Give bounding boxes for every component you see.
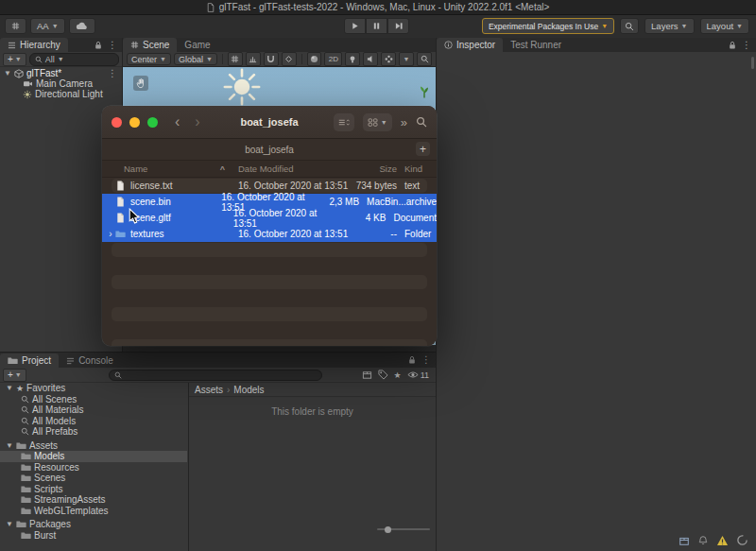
increment-snap-button[interactable]: [246, 52, 261, 66]
progress-circle-icon[interactable]: [736, 534, 748, 546]
sidebar-item-all-scenes[interactable]: All Scenes: [0, 394, 187, 405]
pivot-dropdown[interactable]: Center▼: [127, 53, 171, 65]
search-button[interactable]: [620, 18, 639, 34]
tab-test-runner[interactable]: Test Runner: [503, 38, 569, 52]
grid-snap-button[interactable]: [228, 52, 243, 66]
sidebar-item-all-materials[interactable]: All Materials: [0, 405, 187, 416]
column-date-modified[interactable]: Date Modified: [234, 164, 352, 174]
hand-tool-overlay[interactable]: [133, 76, 148, 91]
zoom-button[interactable]: [147, 117, 158, 128]
package-status-icon[interactable]: [679, 535, 690, 546]
column-kind[interactable]: Kind: [399, 164, 437, 174]
column-size[interactable]: Size: [352, 164, 399, 174]
sidebar-item-models[interactable]: Models: [0, 451, 187, 462]
grid-tool-button[interactable]: [5, 18, 26, 34]
add-object-button[interactable]: +▼: [3, 53, 26, 66]
sidebar-item-packages[interactable]: ▼Packages: [0, 519, 187, 530]
audio-toggle-button[interactable]: [363, 52, 378, 66]
label-tag-icon[interactable]: [378, 370, 388, 380]
favorites-star-icon[interactable]: ★: [394, 370, 402, 380]
layers-dropdown[interactable]: Layers▼: [644, 18, 694, 34]
effects-toggle-button[interactable]: [381, 52, 396, 66]
tab-console[interactable]: Console: [59, 353, 121, 368]
lock-icon[interactable]: [408, 355, 416, 365]
search-icon[interactable]: [416, 116, 427, 128]
scene-search-button[interactable]: [417, 52, 432, 66]
disclosure-icon[interactable]: ›: [107, 229, 114, 239]
hierarchy-search-input[interactable]: All ▼: [29, 53, 119, 66]
foldout-caret-icon[interactable]: ▼: [6, 384, 13, 392]
project-search-field[interactable]: [109, 370, 322, 381]
play-button[interactable]: [344, 18, 366, 34]
package-icon[interactable]: [362, 370, 372, 380]
chevron-down-icon: ▼: [381, 119, 387, 126]
column-name[interactable]: Name^: [102, 164, 234, 174]
lighting-toggle-button[interactable]: [345, 52, 360, 66]
kebab-menu-icon[interactable]: ⋮: [108, 68, 117, 78]
project-search-input[interactable]: [125, 370, 317, 380]
sidebar-item-scripts[interactable]: Scripts: [0, 484, 187, 495]
foldout-caret-icon[interactable]: ▼: [6, 441, 13, 450]
cloud-button[interactable]: [69, 18, 95, 34]
foldout-caret-icon[interactable]: ▼: [6, 520, 13, 528]
finder-row-textures[interactable]: ›textures16. October 2020 at 13:51--Fold…: [102, 226, 437, 242]
2d-toggle-button[interactable]: 2D: [324, 52, 342, 66]
icon-size-slider[interactable]: [377, 528, 430, 530]
draw-mode-button[interactable]: [307, 52, 322, 66]
tab-project[interactable]: Project: [0, 353, 59, 368]
pause-button[interactable]: [366, 18, 387, 34]
current-folder-label: boat_josefa: [245, 145, 294, 155]
back-button[interactable]: ‹: [175, 114, 180, 129]
sidebar-item-all-models[interactable]: All Models: [0, 416, 187, 427]
warning-icon[interactable]: [716, 535, 729, 546]
gizmos-button[interactable]: ▼: [399, 52, 414, 66]
hierarchy-scene-row[interactable]: ▼ glTFast* ⋮: [0, 68, 122, 78]
kebab-menu-icon[interactable]: ⋮: [742, 40, 751, 50]
finder-empty-row: [102, 322, 437, 338]
finder-row-scene-gltf[interactable]: scene.gltf16. October 2020 at 13:514 KBD…: [102, 210, 437, 226]
hierarchy-item-directional-light[interactable]: Directional Light: [0, 89, 122, 99]
tab-scene[interactable]: Scene: [123, 38, 177, 52]
experimental-packages-dropdown[interactable]: Experimental Packages In Use▼: [482, 18, 614, 34]
kebab-menu-icon[interactable]: ⋮: [108, 40, 117, 50]
sidebar-item-resources[interactable]: Resources: [0, 462, 187, 474]
hidden-items-toggle[interactable]: 11: [407, 370, 429, 380]
layout-dropdown[interactable]: Layout▼: [700, 18, 749, 34]
list-view-button[interactable]: [334, 113, 354, 131]
hierarchy-item-main-camera[interactable]: Main Camera: [0, 78, 122, 89]
inspector-scrollbar[interactable]: [751, 57, 754, 69]
sidebar-item-all-prefabs[interactable]: All Prefabs: [0, 426, 187, 438]
breadcrumb-assets[interactable]: Assets: [195, 385, 223, 395]
sidebar-item-favorites[interactable]: ▼★Favorites: [0, 383, 187, 394]
rotate-snap-button[interactable]: [282, 52, 297, 66]
sidebar-item-streamingassets[interactable]: StreamingAssets: [0, 494, 187, 506]
aa-dropdown[interactable]: AA▼: [30, 18, 65, 34]
magnet-snap-button[interactable]: [264, 52, 279, 66]
sidebar-item-webgltemplates[interactable]: WebGLTemplates: [0, 506, 187, 517]
step-button[interactable]: [387, 18, 409, 34]
tab-inspector[interactable]: Inspector: [437, 38, 503, 52]
lock-icon[interactable]: [94, 41, 102, 50]
forward-button[interactable]: ›: [195, 114, 199, 129]
sidebar-item-burst[interactable]: Burst: [0, 530, 187, 542]
more-toolbar-icon[interactable]: »: [401, 115, 407, 129]
group-view-button[interactable]: ▼: [363, 113, 392, 131]
add-button[interactable]: +: [416, 142, 430, 156]
breadcrumb-models[interactable]: Models: [233, 385, 264, 395]
tab-game[interactable]: Game: [177, 38, 217, 52]
tab-hierarchy[interactable]: Hierarchy: [0, 38, 68, 52]
close-button[interactable]: [112, 117, 122, 128]
file-name: textures: [130, 229, 164, 239]
minimize-button[interactable]: [129, 117, 140, 128]
notification-bell-icon[interactable]: [697, 535, 709, 546]
file-date: 16. October 2020 at 13:51: [230, 208, 342, 229]
kebab-menu-icon[interactable]: ⋮: [421, 354, 431, 365]
sidebar-item-assets[interactable]: ▼Assets: [0, 440, 187, 452]
lock-icon[interactable]: [729, 41, 736, 50]
orientation-dropdown[interactable]: Global▼: [174, 53, 217, 65]
file-size: 734 bytes: [352, 181, 399, 191]
slider-knob[interactable]: [385, 526, 391, 533]
sidebar-item-scenes[interactable]: Scenes: [0, 473, 187, 484]
foldout-caret-icon[interactable]: ▼: [4, 69, 11, 77]
add-asset-button[interactable]: +▼: [3, 369, 26, 382]
